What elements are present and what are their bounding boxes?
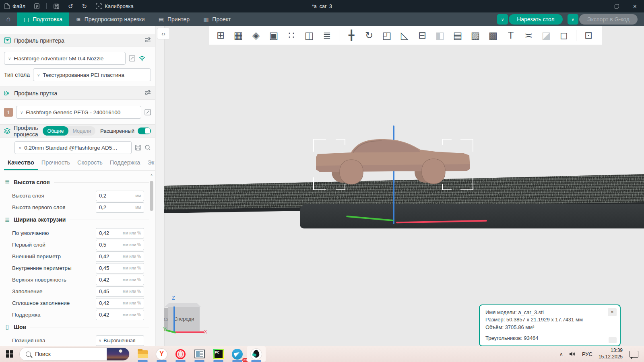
- fill-plate-icon[interactable]: ∷: [283, 26, 300, 45]
- info-close-button[interactable]: ×: [608, 308, 617, 316]
- undo-button[interactable]: ↺: [64, 0, 78, 12]
- setting-input[interactable]: 0,5 мм или %: [96, 240, 144, 250]
- rotate-icon[interactable]: ↻: [360, 26, 378, 45]
- process-tab-0[interactable]: Качество: [4, 159, 38, 170]
- setting-input[interactable]: 0,45 мм или %: [96, 263, 144, 274]
- process-tab-3[interactable]: Поддержка: [106, 159, 144, 170]
- seam-paint-icon[interactable]: ▨: [466, 26, 484, 45]
- slice-dropdown-button[interactable]: ∨: [497, 14, 508, 25]
- setting-value: 0,42: [99, 277, 109, 283]
- info-minimize-button[interactable]: –: [609, 337, 617, 343]
- home-button[interactable]: ⌂: [0, 12, 17, 26]
- add-plate-icon[interactable]: ▦: [229, 26, 247, 45]
- viewport-canvas[interactable]: ‹› ⊞▦◈▣∷◫≣╋↻◰◺⊟◧▤▨▩T≍◪◻⊡: [155, 26, 644, 346]
- start-button[interactable]: [0, 350, 19, 358]
- restore-button[interactable]: [608, 0, 626, 12]
- tab-prepare[interactable]: ▢Подготовка: [17, 12, 69, 26]
- process-tab-2[interactable]: Скорость: [74, 159, 106, 170]
- taskbar-app-telegram[interactable]: 83: [228, 346, 247, 362]
- close-button[interactable]: ×: [626, 0, 644, 12]
- minimize-button[interactable]: –: [590, 0, 608, 12]
- scale-icon[interactable]: ◰: [378, 26, 396, 45]
- settings-sidebar: Профиль принтера ∨ Flashforge Adventurer…: [0, 26, 155, 346]
- text-tool-icon[interactable]: T: [502, 26, 520, 45]
- process-tab-4[interactable]: Эк…: [144, 159, 155, 170]
- tab-printer[interactable]: ▤Принтер: [152, 12, 196, 26]
- layers-queue-icon[interactable]: ≣: [318, 26, 336, 45]
- setting-input[interactable]: 0,42 мм или %: [96, 228, 144, 239]
- taskbar-app-app-window[interactable]: [190, 346, 209, 362]
- advanced-toggle[interactable]: [138, 128, 151, 134]
- setting-input[interactable]: 0,42 мм или %: [96, 310, 144, 320]
- notes-button[interactable]: [30, 0, 44, 12]
- support-paint-icon[interactable]: ▤: [449, 26, 466, 45]
- edit-printer-icon[interactable]: [129, 55, 135, 62]
- save-preset-icon[interactable]: [135, 144, 141, 151]
- orientation-gizmo[interactable]: Z Сзади Спереди Y X: [163, 296, 211, 337]
- taskbar-app-slicer[interactable]: [247, 346, 266, 362]
- tab-preview[interactable]: ≋Предпросмотр нарезки: [69, 12, 152, 26]
- setting-input[interactable]: 0,42 мм или %: [96, 275, 144, 285]
- calibration-button[interactable]: Калибровка: [91, 0, 138, 12]
- clock[interactable]: 13:39 15.12.2025: [599, 348, 623, 360]
- split-plate-icon[interactable]: ◫: [300, 26, 318, 45]
- search-highlight-image[interactable]: [107, 348, 129, 360]
- arrange-icon[interactable]: ▣: [265, 26, 283, 45]
- add-model-icon[interactable]: ⊞: [212, 26, 229, 45]
- lay-flat-icon[interactable]: ◺: [396, 26, 413, 45]
- setting-input[interactable]: 0,42 мм или %: [96, 298, 144, 309]
- scrollbar-thumb[interactable]: [150, 181, 153, 211]
- setting-label: По умолчанию: [12, 230, 49, 236]
- setting-input[interactable]: 0,2 мм: [96, 191, 144, 201]
- process-preset-select[interactable]: ∨ 0.20mm Standard @Flashforge AD5…: [14, 141, 132, 154]
- move-icon[interactable]: ╋: [343, 26, 360, 45]
- language-indicator[interactable]: РУС: [582, 351, 592, 357]
- edit-filament-icon[interactable]: [144, 109, 151, 115]
- scope-global-pill[interactable]: Общие: [43, 126, 68, 136]
- taskbar-search[interactable]: Поиск: [19, 348, 130, 361]
- measure-icon[interactable]: ≍: [520, 26, 537, 45]
- export-dropdown-button[interactable]: ∨: [568, 14, 578, 25]
- file-menu[interactable]: Файл: [0, 0, 30, 12]
- search-preset-icon[interactable]: [144, 144, 151, 151]
- cut-icon[interactable]: ⊟: [413, 26, 431, 45]
- assembly-view-icon[interactable]: ⊡: [580, 26, 597, 45]
- setting-input[interactable]: 0,45 мм или %: [96, 286, 144, 297]
- filament-slot-badge[interactable]: 1: [4, 108, 13, 117]
- scope-objects-pill[interactable]: Модели: [68, 126, 95, 136]
- taskbar-app-pycharm[interactable]: PC: [209, 346, 228, 362]
- process-tab-1[interactable]: Прочность: [38, 159, 74, 170]
- notification-center-icon[interactable]: [630, 351, 638, 358]
- setting-input[interactable]: 0,42 мм или %: [96, 251, 144, 262]
- slice-plate-button[interactable]: Нарезать стол: [509, 14, 563, 25]
- fuzzy-skin-icon[interactable]: ▩: [484, 26, 502, 45]
- taskbar-app-yandex-browser[interactable]: Y: [152, 346, 171, 362]
- gizmo-front-face[interactable]: Спереди: [168, 307, 200, 331]
- save-button[interactable]: [49, 0, 64, 12]
- process-section-title: Профиль процесса: [14, 125, 40, 138]
- filament-select[interactable]: ∨ Flashforge Generic PETG - 240016100: [16, 106, 141, 119]
- settings-scrollbar[interactable]: ∧ ∨: [149, 172, 154, 346]
- printer-select[interactable]: ∨ Flashforge Adventurer 5M 0.4 Nozzle: [4, 52, 126, 65]
- running-indicator: [213, 360, 223, 362]
- setting-input[interactable]: 0,2 мм: [96, 202, 144, 213]
- printer-settings-icon[interactable]: [144, 37, 151, 44]
- taskbar-app-opera[interactable]: [171, 346, 190, 362]
- auto-orient-icon[interactable]: ◈: [247, 26, 265, 45]
- taskbar-app-file-explorer[interactable]: [133, 346, 152, 362]
- redo-button[interactable]: ↻: [78, 0, 92, 12]
- setting-select[interactable]: ∨ Выровненная: [96, 335, 144, 346]
- volume-icon[interactable]: [569, 351, 576, 357]
- save-icon: [54, 4, 59, 9]
- setting-row: Верхняя поверхность 0,42 мм или %: [12, 274, 144, 285]
- export-gcode-button[interactable]: Экспорт в G-код: [579, 14, 638, 25]
- bed-type-select[interactable]: ∨ Текстурированная PEI пластина: [33, 68, 151, 81]
- tab-project[interactable]: ▥Проект: [196, 12, 237, 26]
- wifi-icon[interactable]: [138, 56, 146, 62]
- pycharm-icon: PC: [213, 349, 224, 359]
- filament-settings-icon[interactable]: [144, 90, 151, 97]
- tray-overflow-button[interactable]: ∧: [559, 351, 563, 357]
- collapse-sidebar-button[interactable]: ‹›: [157, 28, 170, 39]
- scroll-up-icon[interactable]: ∧: [149, 173, 154, 177]
- scale-fit-icon[interactable]: ◻: [555, 26, 573, 45]
